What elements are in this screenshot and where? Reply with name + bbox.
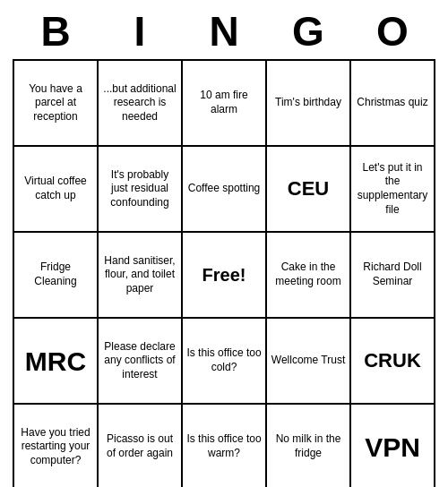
bingo-cell: Richard Doll Seminar	[351, 233, 435, 319]
bingo-grid: You have a parcel at reception...but add…	[13, 59, 435, 487]
bingo-cell: MRC	[14, 319, 99, 405]
bingo-cell: Coffee spotting	[183, 147, 267, 233]
bingo-cell: Hand sanitiser, flour, and toilet paper	[99, 233, 183, 319]
bingo-cell: 10 am fire alarm	[183, 61, 267, 147]
bingo-cell: Cake in the meeting room	[267, 233, 351, 319]
title-letter-i: I	[100, 7, 179, 56]
bingo-cell: Is this office too warm?	[183, 405, 267, 487]
bingo-cell: CEU	[267, 147, 351, 233]
bingo-cell: ...but additional research is needed	[99, 61, 183, 147]
bingo-cell: Please declare any conflicts of interest	[99, 319, 183, 405]
bingo-cell: Is this office too cold?	[183, 319, 267, 405]
bingo-cell: Tim's birthday	[267, 61, 351, 147]
bingo-cell: You have a parcel at reception	[14, 61, 99, 147]
title-letter-n: N	[185, 7, 263, 56]
bingo-cell: Free!	[183, 233, 267, 319]
bingo-cell: It's probably just residual confounding	[99, 147, 183, 233]
bingo-cell: No milk in the fridge	[267, 405, 351, 487]
bingo-title: B I N G O	[13, 0, 435, 59]
title-letter-o: O	[353, 7, 432, 56]
bingo-cell: Picasso is out of order again	[99, 405, 183, 487]
bingo-cell: VPN	[351, 405, 435, 487]
title-letter-b: B	[16, 7, 95, 56]
bingo-cell: Have you tried restarting your computer?	[14, 405, 99, 487]
bingo-cell: Fridge Cleaning	[14, 233, 99, 319]
bingo-cell: CRUK	[351, 319, 435, 405]
bingo-cell: Let's put it in the supplementary file	[351, 147, 435, 233]
bingo-cell: Christmas quiz	[351, 61, 435, 147]
bingo-cell: Virtual coffee catch up	[14, 147, 99, 233]
title-letter-g: G	[269, 7, 348, 56]
bingo-cell: Wellcome Trust	[267, 319, 351, 405]
